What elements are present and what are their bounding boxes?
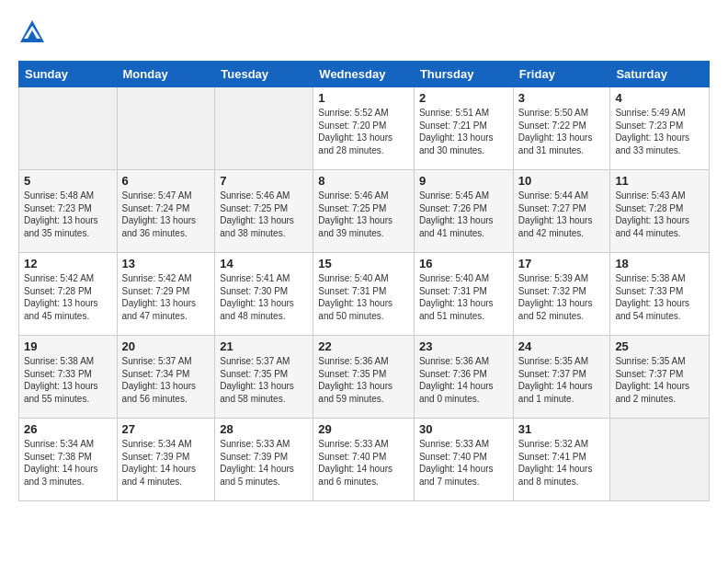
day-number: 16: [419, 257, 508, 270]
day-number: 9: [419, 174, 508, 188]
page-header: [18, 18, 710, 46]
calendar-cell: [117, 87, 215, 170]
cell-info: Sunrise: 5:46 AMSunset: 7:25 PMDaylight:…: [220, 190, 308, 239]
cell-info: Sunrise: 5:38 AMSunset: 7:33 PMDaylight:…: [615, 272, 704, 322]
day-number: 7: [220, 174, 308, 188]
calendar-cell: 20Sunrise: 5:37 AMSunset: 7:34 PMDayligh…: [117, 336, 215, 419]
cell-info: Sunrise: 5:49 AMSunset: 7:23 PMDaylight:…: [615, 107, 704, 156]
day-number: 17: [518, 257, 606, 270]
day-number: 24: [518, 339, 606, 353]
cell-info: Sunrise: 5:34 AMSunset: 7:38 PMDaylight:…: [24, 438, 112, 488]
calendar-header: SundayMondayTuesdayWednesdayThursdayFrid…: [19, 62, 710, 87]
day-number: 12: [24, 257, 112, 270]
cell-info: Sunrise: 5:33 AMSunset: 7:39 PMDaylight:…: [220, 438, 308, 488]
cell-info: Sunrise: 5:43 AMSunset: 7:28 PMDaylight:…: [615, 190, 704, 239]
day-number: 3: [518, 91, 606, 105]
calendar-week-row: 19Sunrise: 5:38 AMSunset: 7:33 PMDayligh…: [19, 336, 710, 419]
day-number: 26: [24, 422, 112, 436]
cell-info: Sunrise: 5:47 AMSunset: 7:24 PMDaylight:…: [122, 190, 210, 239]
cell-info: Sunrise: 5:35 AMSunset: 7:37 PMDaylight:…: [615, 355, 704, 405]
day-number: 6: [122, 174, 210, 188]
calendar-cell: 27Sunrise: 5:34 AMSunset: 7:39 PMDayligh…: [117, 419, 215, 501]
calendar-cell: 18Sunrise: 5:38 AMSunset: 7:33 PMDayligh…: [610, 253, 710, 336]
day-number: 27: [122, 422, 210, 436]
cell-info: Sunrise: 5:50 AMSunset: 7:22 PMDaylight:…: [518, 107, 606, 156]
day-number: 8: [318, 174, 409, 188]
day-number: 23: [419, 339, 508, 353]
day-number: 18: [615, 257, 704, 270]
calendar-cell: 30Sunrise: 5:33 AMSunset: 7:40 PMDayligh…: [414, 419, 513, 501]
weekday-header: Monday: [117, 62, 215, 87]
calendar-cell: 9Sunrise: 5:45 AMSunset: 7:26 PMDaylight…: [414, 170, 513, 253]
calendar-cell: 6Sunrise: 5:47 AMSunset: 7:24 PMDaylight…: [117, 170, 215, 253]
weekday-header: Thursday: [414, 62, 513, 87]
day-number: 21: [220, 339, 308, 353]
day-number: 25: [615, 339, 704, 353]
cell-info: Sunrise: 5:44 AMSunset: 7:27 PMDaylight:…: [518, 190, 606, 239]
calendar-cell: 4Sunrise: 5:49 AMSunset: 7:23 PMDaylight…: [610, 87, 710, 170]
calendar-cell: 12Sunrise: 5:42 AMSunset: 7:28 PMDayligh…: [19, 253, 118, 336]
day-number: 22: [318, 339, 409, 353]
weekday-header: Saturday: [610, 62, 710, 87]
cell-info: Sunrise: 5:34 AMSunset: 7:39 PMDaylight:…: [122, 438, 210, 488]
calendar-week-row: 12Sunrise: 5:42 AMSunset: 7:28 PMDayligh…: [19, 253, 710, 336]
day-number: 30: [419, 422, 508, 436]
cell-info: Sunrise: 5:39 AMSunset: 7:32 PMDaylight:…: [518, 272, 606, 322]
cell-info: Sunrise: 5:33 AMSunset: 7:40 PMDaylight:…: [318, 438, 409, 488]
calendar-body: 1Sunrise: 5:52 AMSunset: 7:20 PMDaylight…: [19, 87, 710, 501]
calendar-cell: 23Sunrise: 5:36 AMSunset: 7:36 PMDayligh…: [414, 336, 513, 419]
cell-info: Sunrise: 5:42 AMSunset: 7:29 PMDaylight:…: [122, 272, 210, 322]
calendar-cell: 8Sunrise: 5:46 AMSunset: 7:25 PMDaylight…: [313, 170, 415, 253]
cell-info: Sunrise: 5:35 AMSunset: 7:37 PMDaylight:…: [518, 355, 606, 405]
day-number: 20: [122, 339, 210, 353]
calendar-cell: 24Sunrise: 5:35 AMSunset: 7:37 PMDayligh…: [513, 336, 610, 419]
calendar-cell: 31Sunrise: 5:32 AMSunset: 7:41 PMDayligh…: [513, 419, 610, 501]
day-number: 31: [518, 422, 606, 436]
calendar-cell: 5Sunrise: 5:48 AMSunset: 7:23 PMDaylight…: [19, 170, 118, 253]
cell-info: Sunrise: 5:37 AMSunset: 7:35 PMDaylight:…: [220, 355, 308, 405]
cell-info: Sunrise: 5:41 AMSunset: 7:30 PMDaylight:…: [220, 272, 308, 322]
calendar-cell: 1Sunrise: 5:52 AMSunset: 7:20 PMDaylight…: [313, 87, 415, 170]
cell-info: Sunrise: 5:46 AMSunset: 7:25 PMDaylight:…: [318, 190, 409, 239]
calendar-cell: 3Sunrise: 5:50 AMSunset: 7:22 PMDaylight…: [513, 87, 610, 170]
cell-info: Sunrise: 5:36 AMSunset: 7:35 PMDaylight:…: [318, 355, 409, 405]
day-number: 19: [24, 339, 112, 353]
weekday-header: Tuesday: [215, 62, 313, 87]
cell-info: Sunrise: 5:38 AMSunset: 7:33 PMDaylight:…: [24, 355, 112, 405]
calendar-cell: [19, 87, 118, 170]
day-number: 13: [122, 257, 210, 270]
calendar-cell: 2Sunrise: 5:51 AMSunset: 7:21 PMDaylight…: [414, 87, 513, 170]
cell-info: Sunrise: 5:48 AMSunset: 7:23 PMDaylight:…: [24, 190, 112, 239]
weekday-header: Friday: [513, 62, 610, 87]
calendar-cell: 25Sunrise: 5:35 AMSunset: 7:37 PMDayligh…: [610, 336, 710, 419]
cell-info: Sunrise: 5:33 AMSunset: 7:40 PMDaylight:…: [419, 438, 508, 488]
calendar-cell: [215, 87, 313, 170]
calendar-cell: 22Sunrise: 5:36 AMSunset: 7:35 PMDayligh…: [313, 336, 415, 419]
calendar-table: SundayMondayTuesdayWednesdayThursdayFrid…: [18, 61, 710, 501]
cell-info: Sunrise: 5:40 AMSunset: 7:31 PMDaylight:…: [318, 272, 409, 322]
calendar-cell: 11Sunrise: 5:43 AMSunset: 7:28 PMDayligh…: [610, 170, 710, 253]
day-number: 14: [220, 257, 308, 270]
calendar-cell: 19Sunrise: 5:38 AMSunset: 7:33 PMDayligh…: [19, 336, 118, 419]
cell-info: Sunrise: 5:42 AMSunset: 7:28 PMDaylight:…: [24, 272, 112, 322]
calendar-cell: 21Sunrise: 5:37 AMSunset: 7:35 PMDayligh…: [215, 336, 313, 419]
calendar-week-row: 26Sunrise: 5:34 AMSunset: 7:38 PMDayligh…: [19, 419, 710, 501]
calendar-week-row: 1Sunrise: 5:52 AMSunset: 7:20 PMDaylight…: [19, 87, 710, 170]
weekday-header: Wednesday: [313, 62, 415, 87]
weekday-header: Sunday: [19, 62, 118, 87]
day-number: 5: [24, 174, 112, 188]
day-number: 2: [419, 91, 508, 105]
calendar-cell: 28Sunrise: 5:33 AMSunset: 7:39 PMDayligh…: [215, 419, 313, 501]
calendar-cell: 15Sunrise: 5:40 AMSunset: 7:31 PMDayligh…: [313, 253, 415, 336]
day-number: 4: [615, 91, 704, 105]
calendar-cell: 26Sunrise: 5:34 AMSunset: 7:38 PMDayligh…: [19, 419, 118, 501]
cell-info: Sunrise: 5:40 AMSunset: 7:31 PMDaylight:…: [419, 272, 508, 322]
day-number: 10: [518, 174, 606, 188]
cell-info: Sunrise: 5:52 AMSunset: 7:20 PMDaylight:…: [318, 107, 409, 156]
calendar-cell: 29Sunrise: 5:33 AMSunset: 7:40 PMDayligh…: [313, 419, 415, 501]
calendar-cell: 13Sunrise: 5:42 AMSunset: 7:29 PMDayligh…: [117, 253, 215, 336]
calendar-week-row: 5Sunrise: 5:48 AMSunset: 7:23 PMDaylight…: [19, 170, 710, 253]
logo: [18, 18, 50, 46]
day-number: 15: [318, 257, 409, 270]
cell-info: Sunrise: 5:36 AMSunset: 7:36 PMDaylight:…: [419, 355, 508, 405]
